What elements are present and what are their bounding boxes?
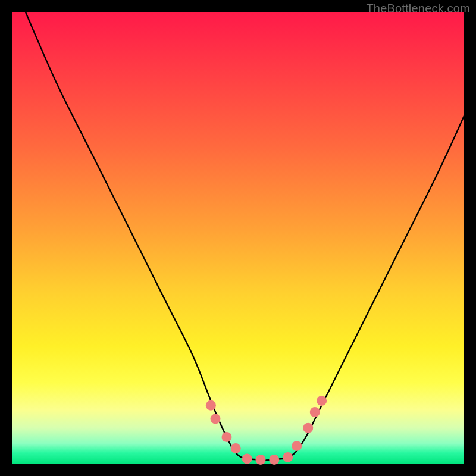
- bottleneck-curve-svg: [12, 12, 464, 464]
- highlight-marker: [242, 453, 252, 464]
- highlight-marker: [317, 396, 327, 406]
- highlight-marker: [231, 443, 241, 453]
- bottleneck-curve: [26, 12, 464, 460]
- highlight-marker: [222, 432, 232, 442]
- highlight-marker: [303, 423, 313, 433]
- highlight-marker: [256, 455, 266, 465]
- plot-area: [12, 12, 464, 464]
- highlight-marker: [292, 441, 302, 451]
- highlight-marker: [206, 400, 216, 411]
- chart-frame: TheBottleneck.com: [0, 0, 476, 476]
- highlight-marker: [283, 452, 293, 462]
- highlight-marker: [211, 414, 221, 424]
- watermark-text: TheBottleneck.com: [366, 2, 470, 15]
- highlight-marker: [310, 407, 320, 417]
- highlight-marker: [269, 455, 279, 465]
